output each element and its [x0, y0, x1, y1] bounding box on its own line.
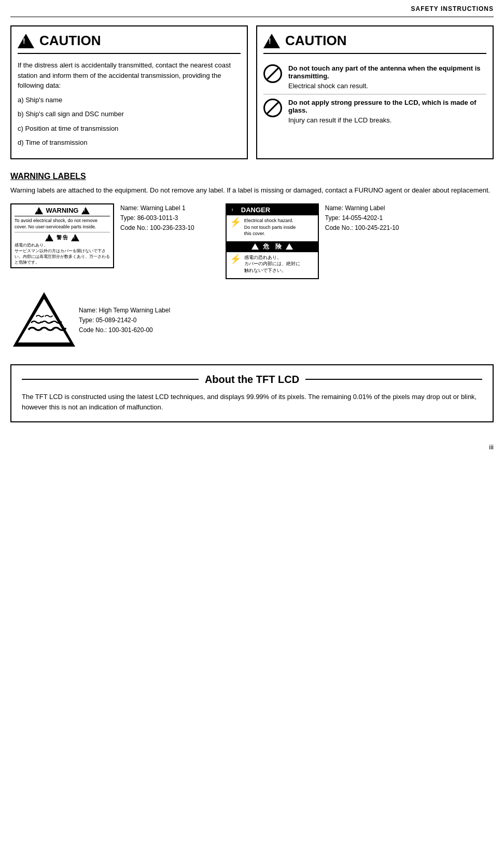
- danger-label-item: DANGER ⚡ Electrical shock hazard. Do not…: [226, 203, 399, 279]
- high-temp-label-row: 〜 〜 〜 〜 〜 〜 〜 〜 Name: High Temp Warning …: [10, 290, 494, 352]
- caution-right-title: CAUTION: [285, 33, 346, 49]
- warning-labels-section: WARNING LABELS Warning labels are attach…: [10, 172, 494, 352]
- warning-label-1-body-jp: 感電の恐れあり。 サービスマン以外の方はカバーを開けないで下さい。内部には高電圧…: [15, 242, 110, 265]
- warning-label-1-jp-title: 警 告: [57, 234, 68, 241]
- kiken-header: 危 険: [227, 241, 318, 252]
- warning-small-tri-left: [35, 207, 43, 214]
- caution-right-item-1: Do not touch any part of the antenna whe…: [263, 60, 486, 94]
- caution-right-header: CAUTION: [263, 33, 486, 54]
- caution-left-body: If the distress alert is accidentally tr…: [18, 60, 241, 148]
- lightning-icon: ⚡: [230, 217, 241, 227]
- warning-label-1-type: Type: 86-003-1011-3: [120, 213, 194, 223]
- caution-left-list-item-4: d) Time of transmission: [18, 138, 241, 148]
- warning-jp-tri-left: [45, 234, 53, 241]
- danger-item-en: ⚡ Electrical shock hazard. Do not touch …: [230, 217, 315, 237]
- no-touch-icon: [263, 64, 282, 83]
- warning-label-1-name: Name: Warning Label 1: [120, 203, 194, 213]
- high-temp-label-name: Name: High Temp Warning Label: [79, 306, 170, 315]
- warning-label-1-box: WARNING To avoid electrical shock, do no…: [10, 203, 114, 268]
- warning-label-1-jp-section: 警 告 感電の恐れあり。 サービスマン以外の方はカバーを開けないで下さい。内部に…: [15, 232, 110, 265]
- caution-right-item1-strong: Do not touch any part of the antenna whe…: [288, 64, 486, 80]
- caution-row: CAUTION If the distress alert is acciden…: [10, 25, 494, 159]
- caution-left-list-item-3: c) Position at time of transmission: [18, 123, 241, 134]
- caution-left-list-item-1: a) Ship's name: [18, 95, 241, 105]
- danger-label-name: Name: Warning Label: [325, 203, 399, 213]
- heat-wave-7: 〜: [35, 311, 45, 322]
- kiken-tri-left: [251, 243, 259, 250]
- high-temp-svg: 〜 〜 〜 〜 〜 〜 〜 〜: [10, 290, 78, 352]
- kiken-tri-right: [286, 243, 293, 250]
- high-temp-triangle-container: 〜 〜 〜 〜 〜 〜 〜 〜: [10, 290, 73, 352]
- caution-right-item-2: Do not apply strong pressure to the LCD,…: [263, 94, 486, 128]
- tft-section: About the TFT LCD The TFT LCD is constru…: [10, 364, 494, 423]
- caution-right-triangle-icon: [263, 34, 280, 48]
- lightning-icon-jp: ⚡: [230, 254, 241, 264]
- tft-title-bar: About the TFT LCD: [22, 374, 482, 386]
- caution-right-item2-strong: Do not apply strong pressure to the LCD,…: [288, 99, 486, 114]
- warning-label-1-info: Name: Warning Label 1 Type: 86-003-1011-…: [120, 203, 194, 234]
- high-temp-label-type: Type: 05-089-2142-0: [79, 315, 170, 325]
- warning-label-1-code: Code No.: 100-236-233-10: [120, 223, 194, 233]
- danger-tri-icon: [230, 207, 238, 214]
- warning-label-1-body-en: To avoid electrical shock, do not remove…: [15, 218, 110, 230]
- caution-right-item1-text: Electrical shock can result.: [288, 82, 368, 90]
- warning-label-1-header: WARNING: [15, 207, 110, 216]
- page-footer: iii: [10, 443, 494, 451]
- caution-box-left: CAUTION If the distress alert is acciden…: [10, 25, 248, 159]
- danger-label-title: DANGER: [241, 206, 270, 214]
- caution-box-right: CAUTION Do not touch any part of the ant…: [256, 25, 494, 159]
- warning-label-1-item: WARNING To avoid electrical shock, do no…: [10, 203, 194, 279]
- page-number: iii: [489, 443, 494, 451]
- warning-label-1-header-text: WARNING: [46, 207, 79, 214]
- warning-small-tri-right: [81, 207, 90, 214]
- caution-left-triangle-icon: [18, 34, 34, 48]
- tft-body: The TFT LCD is constructed using the lat…: [22, 392, 482, 414]
- danger-item-jp: ⚡ 感電の恐れあり。 カバーの内部には、絶対に 触れないで下さい。: [230, 254, 315, 274]
- tft-title: About the TFT LCD: [199, 374, 305, 386]
- warning-label-1-jp-header: 警 告: [15, 234, 110, 241]
- warning-jp-tri-right: [71, 234, 79, 241]
- caution-left-title: CAUTION: [39, 33, 101, 49]
- caution-left-list-item-2: b) Ship's call sign and DSC number: [18, 109, 241, 119]
- caution-left-header: CAUTION: [18, 33, 241, 54]
- high-temp-label-code: Code No.: 100-301-620-00: [79, 325, 170, 335]
- kiken-body: ⚡ 感電の恐れあり。 カバーの内部には、絶対に 触れないで下さい。: [227, 252, 318, 278]
- danger-label-body-en: ⚡ Electrical shock hazard. Do not touch …: [227, 215, 318, 241]
- danger-label-header: DANGER: [227, 204, 318, 215]
- kiken-title: 危 険: [263, 242, 282, 251]
- no-pressure-icon: [263, 99, 282, 117]
- caution-left-text: If the distress alert is accidentally tr…: [18, 60, 241, 91]
- danger-label-type: Type: 14-055-4202-1: [325, 213, 399, 223]
- warning-labels-title: WARNING LABELS: [10, 172, 494, 181]
- warning-labels-desc: Warning labels are attached to the equip…: [10, 185, 494, 196]
- header-title: SAFETY INSTRUCTIONS: [411, 5, 494, 12]
- high-temp-label-info: Name: High Temp Warning Label Type: 05-0…: [79, 306, 170, 336]
- page-header: SAFETY INSTRUCTIONS: [10, 5, 494, 17]
- danger-body-en-text: Electrical shock hazard. Do not touch pa…: [244, 217, 296, 237]
- danger-label-box: DANGER ⚡ Electrical shock hazard. Do not…: [226, 203, 319, 279]
- labels-row-1: WARNING To avoid electrical shock, do no…: [10, 203, 494, 279]
- caution-right-item2-text: Injury can result if the LCD breaks.: [288, 116, 391, 124]
- danger-body-jp-text: 感電の恐れあり。 カバーの内部には、絶対に 触れないで下さい。: [244, 254, 300, 274]
- danger-label-info: Name: Warning Label Type: 14-055-4202-1 …: [325, 203, 399, 234]
- heat-wave-8: 〜: [44, 311, 53, 322]
- danger-label-code: Code No.: 100-245-221-10: [325, 223, 399, 233]
